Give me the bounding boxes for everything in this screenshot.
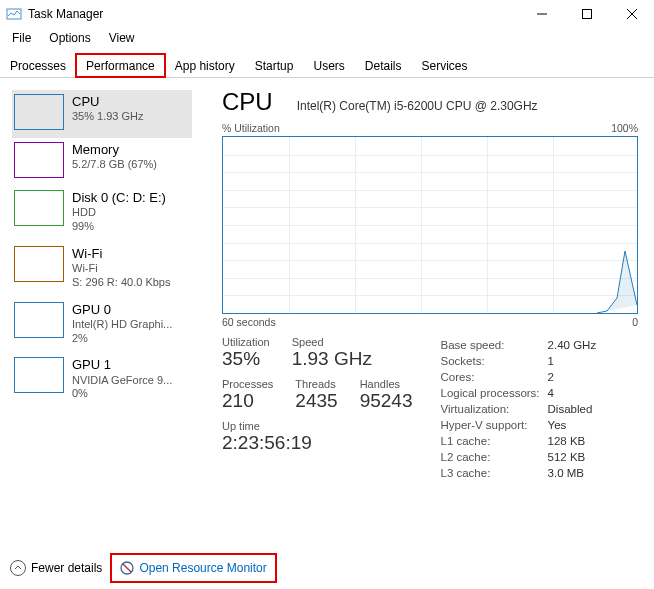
graph-top-left-label: % Utilization (222, 122, 280, 134)
window-title: Task Manager (28, 7, 519, 21)
graph-bottom-right-label: 0 (632, 316, 638, 328)
sidebar-item-label: Disk 0 (C: D: E:) (72, 190, 190, 206)
detail-key: Logical processors: (440, 386, 545, 400)
open-resource-monitor-link[interactable]: Open Resource Monitor (116, 559, 270, 577)
gpu1-thumb (14, 357, 64, 393)
sidebar-item-sub: 5.2/7.8 GB (67%) (72, 158, 190, 172)
wifi-thumb (14, 246, 64, 282)
sidebar-item-sub2: S: 296 R: 40.0 Kbps (72, 276, 190, 290)
detail-key: Base speed: (440, 338, 545, 352)
detail-row: Virtualization:Disabled (440, 402, 602, 416)
detail-key: Cores: (440, 370, 545, 384)
svg-rect-0 (7, 9, 21, 19)
cpu-details-table: Base speed:2.40 GHzSockets:1Cores:2Logic… (438, 336, 604, 482)
page-title: CPU (222, 88, 273, 116)
graph-top-right-label: 100% (611, 122, 638, 134)
task-manager-icon (6, 6, 22, 22)
detail-row: Hyper-V support:Yes (440, 418, 602, 432)
detail-key: Sockets: (440, 354, 545, 368)
sidebar-item-label: GPU 0 (72, 302, 190, 318)
menu-options[interactable]: Options (41, 29, 98, 47)
tab-performance[interactable]: Performance (76, 54, 165, 77)
detail-row: Base speed:2.40 GHz (440, 338, 602, 352)
sidebar-item-memory[interactable]: Memory 5.2/7.8 GB (67%) (12, 138, 192, 186)
minimize-button[interactable] (519, 0, 564, 28)
sidebar-item-sub2: 99% (72, 220, 190, 234)
detail-row: L2 cache:512 KB (440, 450, 602, 464)
chevron-up-icon (10, 560, 26, 576)
tab-details[interactable]: Details (355, 54, 412, 77)
close-button[interactable] (609, 0, 654, 28)
detail-key: L2 cache: (440, 450, 545, 464)
detail-row: L3 cache:3.0 MB (440, 466, 602, 480)
sidebar-item-sub: HDD (72, 206, 190, 220)
threads-value: 2435 (295, 390, 337, 412)
detail-value: 128 KB (548, 434, 603, 448)
graph-bottom-left-label: 60 seconds (222, 316, 276, 328)
menu-file[interactable]: File (4, 29, 39, 47)
speed-value: 1.93 GHz (292, 348, 372, 370)
cpu-name: Intel(R) Core(TM) i5-6200U CPU @ 2.30GHz (297, 99, 538, 113)
tab-services[interactable]: Services (412, 54, 478, 77)
sidebar-item-sub: Wi-Fi (72, 262, 190, 276)
main-panel: CPU Intel(R) Core(TM) i5-6200U CPU @ 2.3… (200, 78, 654, 542)
sidebar-item-label: Memory (72, 142, 190, 158)
svg-rect-2 (582, 10, 591, 19)
detail-value: 3.0 MB (548, 466, 603, 480)
menubar: File Options View (0, 28, 654, 48)
sidebar-item-cpu[interactable]: CPU 35% 1.93 GHz (12, 90, 192, 138)
threads-label: Threads (295, 378, 337, 390)
memory-thumb (14, 142, 64, 178)
detail-value: 2.40 GHz (548, 338, 603, 352)
utilization-value: 35% (222, 348, 270, 370)
detail-value: 4 (548, 386, 603, 400)
sidebar-item-wifi[interactable]: Wi-Fi Wi-Fi S: 296 R: 40.0 Kbps (12, 242, 192, 298)
utilization-label: Utilization (222, 336, 270, 348)
detail-row: Sockets:1 (440, 354, 602, 368)
open-resource-monitor-label: Open Resource Monitor (139, 561, 266, 575)
fewer-details-button[interactable]: Fewer details (10, 560, 102, 576)
detail-value: 2 (548, 370, 603, 384)
sidebar-item-label: CPU (72, 94, 190, 110)
uptime-label: Up time (222, 420, 412, 432)
sidebar-item-label: Wi-Fi (72, 246, 190, 262)
fewer-details-label: Fewer details (31, 561, 102, 575)
sidebar-item-disk[interactable]: Disk 0 (C: D: E:) HDD 99% (12, 186, 192, 242)
detail-row: Cores:2 (440, 370, 602, 384)
sidebar-item-sub: 35% 1.93 GHz (72, 110, 190, 124)
detail-key: L3 cache: (440, 466, 545, 480)
handles-label: Handles (360, 378, 413, 390)
tab-startup[interactable]: Startup (245, 54, 304, 77)
cpu-utilization-graph[interactable] (222, 136, 638, 314)
sidebar-item-gpu1[interactable]: GPU 1 NVIDIA GeForce 9... 0% (12, 353, 192, 409)
speed-label: Speed (292, 336, 372, 348)
resource-monitor-icon (120, 561, 134, 575)
disk-thumb (14, 190, 64, 226)
detail-key: Virtualization: (440, 402, 545, 416)
detail-key: L1 cache: (440, 434, 545, 448)
detail-value: Disabled (548, 402, 603, 416)
titlebar[interactable]: Task Manager (0, 0, 654, 28)
sidebar-item-sub2: 2% (72, 332, 190, 346)
detail-value: 1 (548, 354, 603, 368)
detail-value: 512 KB (548, 450, 603, 464)
svg-line-6 (123, 564, 131, 572)
processes-value: 210 (222, 390, 273, 412)
uptime-value: 2:23:56:19 (222, 432, 412, 454)
gpu0-thumb (14, 302, 64, 338)
maximize-button[interactable] (564, 0, 609, 28)
sidebar: CPU 35% 1.93 GHz Memory 5.2/7.8 GB (67%)… (0, 78, 200, 542)
tab-app-history[interactable]: App history (165, 54, 245, 77)
detail-value: Yes (548, 418, 603, 432)
detail-row: Logical processors:4 (440, 386, 602, 400)
menu-view[interactable]: View (101, 29, 143, 47)
tab-processes[interactable]: Processes (0, 54, 76, 77)
cpu-thumb (14, 94, 64, 130)
detail-key: Hyper-V support: (440, 418, 545, 432)
processes-label: Processes (222, 378, 273, 390)
sidebar-item-sub: Intel(R) HD Graphi... (72, 318, 190, 332)
sidebar-item-label: GPU 1 (72, 357, 190, 373)
tabs-bar: Processes Performance App history Startu… (0, 54, 654, 78)
sidebar-item-gpu0[interactable]: GPU 0 Intel(R) HD Graphi... 2% (12, 298, 192, 354)
tab-users[interactable]: Users (303, 54, 354, 77)
